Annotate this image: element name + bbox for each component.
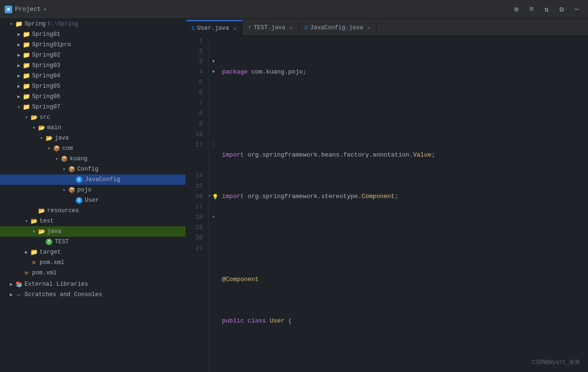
sidebar-item-spring07[interactable]: ▾ 📁 Spring07 <box>0 102 186 112</box>
tab-javaconfig[interactable]: C JavaConfig.java ✕ <box>299 20 377 35</box>
minimize-button[interactable]: — <box>570 3 583 16</box>
sidebar-item-spring06[interactable]: ▶ 📁 Spring06 <box>0 91 186 102</box>
code-editor[interactable]: 1 2 3 4 5 6 7 8 9 10 11 12 13 14 15 16 1… <box>186 36 588 372</box>
sidebar-item-test-class[interactable]: ▶ T TEST <box>0 237 186 247</box>
code-line-4: import org.springframework.stereotype.Co… <box>222 191 588 202</box>
sidebar-item-kuang[interactable]: ▾ 📦 kuang <box>0 154 186 164</box>
sidebar-item-target[interactable]: ▶ 📁 target <box>0 247 186 257</box>
line-numbers: 1 2 3 4 5 6 7 8 9 10 11 12 13 14 15 16 1… <box>186 36 209 372</box>
tab-javaconfig-label: JavaConfig.java <box>310 25 363 31</box>
tab-javaconfig-icon: C <box>305 25 308 31</box>
collapse-button[interactable]: ⇅ <box>540 3 553 16</box>
title-bar: ▣ Project ▾ ⊕ ≡ ⇅ ⚙ — <box>0 0 588 19</box>
project-label[interactable]: Project <box>15 6 41 13</box>
tab-bar: C User.java ✕ T TEST.java ✕ C JavaConfig… <box>186 19 588 36</box>
code-line-1: package com.kuang.pojo; <box>222 67 588 77</box>
sidebar-item-pom1[interactable]: ▶ m pom.xml <box>0 257 186 268</box>
code-line-6: @Component <box>222 274 588 285</box>
sidebar-item-spring03[interactable]: ▶ 📁 Spring03 <box>0 60 186 71</box>
gutter-fold-18[interactable]: ▼ <box>209 212 218 223</box>
sidebar: ▾ 📁 Spring F:\Spring ▶ 📁 Spring01 ▶ 📁 Sp… <box>0 19 186 372</box>
layout-button[interactable]: ≡ <box>525 3 538 16</box>
gutter-fold-4[interactable]: ▼ <box>209 67 218 77</box>
sidebar-item-spring04[interactable]: ▶ 📁 Spring04 <box>0 71 186 81</box>
tab-user-icon: C <box>192 25 195 31</box>
tab-user-label: User.java <box>197 25 229 32</box>
sidebar-item-src[interactable]: ▾ 📂 src <box>0 112 186 123</box>
sidebar-item-main[interactable]: ▾ 📂 main <box>0 123 186 133</box>
sidebar-item-spring02[interactable]: ▶ 📁 Spring02 <box>0 50 186 60</box>
code-line-5 <box>222 233 588 243</box>
sidebar-item-test[interactable]: ▾ 📂 test <box>0 216 186 226</box>
main-area: ▾ 📁 Spring F:\Spring ▶ 📁 Spring01 ▶ 📁 Sp… <box>0 19 588 372</box>
tab-test-label: TEST.java <box>253 25 286 31</box>
sidebar-item-pom2[interactable]: ▶ m pom.xml <box>0 268 186 278</box>
sidebar-item-spring01pro[interactable]: ▶ 📁 Spring01pro <box>0 40 186 50</box>
tab-test[interactable]: T TEST.java ✕ <box>243 20 299 35</box>
tab-test-icon: T <box>248 25 252 31</box>
sidebar-item-scratches[interactable]: ▶ ✏ Scratches and Consoles <box>0 289 186 300</box>
settings-button[interactable]: ⚙ <box>555 3 568 16</box>
tab-user[interactable]: C User.java ✕ <box>186 20 243 35</box>
code-line-3: import org.springframework.beans.factory… <box>222 150 588 160</box>
code-content[interactable]: package com.kuang.pojo; import org.sprin… <box>218 36 588 372</box>
code-line-2 <box>222 108 588 119</box>
code-line-7: public class User { <box>222 316 588 326</box>
title-bar-left: ▣ Project ▾ <box>5 6 47 13</box>
sidebar-item-external-libraries[interactable]: ▶ 📚 External Libraries <box>0 279 186 289</box>
sidebar-item-user[interactable]: ▶ C User <box>0 195 186 206</box>
tab-test-close[interactable]: ✕ <box>290 25 293 31</box>
fold-icon-16[interactable]: ▼ <box>208 194 211 199</box>
sidebar-item-resources[interactable]: ▶ 📂 resources <box>0 206 186 216</box>
sidebar-item-spring01[interactable]: ▶ 📁 Spring01 <box>0 29 186 40</box>
sidebar-item-java-main[interactable]: ▾ 📂 java <box>0 133 186 143</box>
title-bar-tools: ⊕ ≡ ⇅ ⚙ — <box>510 3 583 16</box>
sidebar-item-com[interactable]: ▾ 📦 com <box>0 143 186 154</box>
sidebar-item-spring05[interactable]: ▶ 📁 Spring05 <box>0 81 186 91</box>
gutter-fold-3[interactable]: ▼ <box>209 57 218 67</box>
sidebar-item-pojo[interactable]: ▾ 📦 pojo <box>0 185 186 195</box>
sidebar-item-config[interactable]: ▾ 📦 Config <box>0 164 186 174</box>
sidebar-item-javaconfig[interactable]: ▶ C JavaConfig <box>0 174 186 185</box>
add-tool-button[interactable]: ⊕ <box>510 3 523 16</box>
warning-icon-16: 💡 <box>212 194 219 200</box>
dropdown-arrow[interactable]: ▾ <box>44 7 47 12</box>
gutter: ▼ ▼ + ▼ 💡 ▼ <box>209 36 218 372</box>
watermark: CSDN@Wyatt_朱朱 <box>532 358 580 366</box>
sidebar-item-java-test[interactable]: ▾ 📂 java <box>0 226 186 237</box>
gutter-fold-11[interactable]: + <box>209 140 218 150</box>
tab-user-close[interactable]: ✕ <box>233 25 237 32</box>
sidebar-item-spring[interactable]: ▾ 📁 Spring F:\Spring <box>0 19 186 29</box>
project-icon: ▣ <box>5 6 12 13</box>
editor-area: C User.java ✕ T TEST.java ✕ C JavaConfig… <box>186 19 588 372</box>
tab-javaconfig-close[interactable]: ✕ <box>368 25 371 31</box>
